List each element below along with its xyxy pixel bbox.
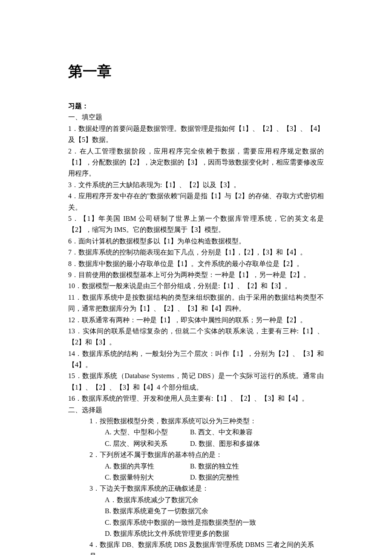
fill-item: 14．数据库系统的结构，一般划分为三个层次：叫作【1】，分别为【2】、【3】和【…: [68, 348, 324, 371]
fill-item: 5．【1】年美国 IBM 公司研制了世界上第一个数据库管理系统，它的英文名是【2…: [68, 213, 324, 236]
choice-options: A. 数据的共享性B. 数据的独立性C. 数据量特别大D. 数据的完整性: [89, 461, 324, 483]
option: D. 数据的完整性: [190, 472, 275, 483]
option-row: A. 大型、中型和小型B. 西文、中文和兼容: [105, 427, 324, 438]
option: D. 数据库系统比文件系统管理更多的数据: [105, 528, 309, 539]
choice-options: A. 大型、中型和小型B. 西文、中文和兼容C. 层次、网状和关系D. 数据、图…: [89, 427, 324, 449]
fill-item: 11．数据库系统中是按数据结构的类型来组织数据的。由于采用的数据结构类型不同，通…: [68, 292, 324, 315]
option: A. 大型、中型和小型: [105, 427, 190, 438]
option: B. 数据库系统避免了一切数据冗余: [105, 506, 309, 517]
fill-item: 13．实体间的联系是错综复杂的，但就二个实体的联系来说，主要有三种:【1】、【2…: [68, 326, 324, 348]
choice-question-list: 1．按照数据模型分类，数据库系统可以分为三种类型：A. 大型、中型和小型B. 西…: [68, 416, 324, 555]
fill-item: 2．在人工管理数据阶段，应用程序完全依赖于数据，需要应用程序规定数据的【1】，分…: [68, 146, 324, 179]
fill-item: 7．数据库系统的控制功能表现在如下几点，分别是【1】,【2】,【3】和【4】。: [68, 247, 324, 258]
fill-item: 16．数据库系统的管理、开发和使用人员主要有:【1】、【2】、【3】和【4】。: [68, 393, 324, 404]
fill-item: 15．数据库系统（Database Systems，简记 DBS）是一个实际可运…: [68, 370, 324, 393]
fill-item: 10．数据模型一般来说是由三个部分组成，分别是:【1】、【2】和【3】。: [68, 280, 324, 292]
choice-question: 2．下列所述不属于数据库的基本特点的是：: [89, 449, 324, 460]
fill-item: 1．数据处理的首要问题是数据管理。数据管理是指如何【1】、【2】、【3】、【4】…: [68, 123, 324, 146]
fill-item: 8．数据库中数据的最小存取单位是【1】。文件系统的最小存取单位是【2】。: [68, 258, 324, 269]
option: A．数据库系统减少了数据冗余: [105, 494, 309, 506]
choice-question: 4．数据库 DB、数据库系统 DBS 及数据库管理系统 DBMS 三者之间的关系…: [89, 539, 324, 555]
section-fill-label: 一、填空题: [68, 112, 324, 123]
fill-in-blank-list: 1．数据处理的首要问题是数据管理。数据管理是指如何【1】、【2】、【3】、【4】…: [68, 123, 324, 405]
option: C. 数据库系统中数据的一致性是指数据类型的一致: [105, 517, 309, 528]
option-row: C. 数据库系统中数据的一致性是指数据类型的一致: [105, 517, 324, 528]
section-choice-label: 二、选择题: [68, 405, 324, 416]
option: C. 数据量特别大: [105, 472, 190, 483]
option-row: B. 数据库系统避免了一切数据冗余: [105, 506, 324, 517]
document-page: 第一章 习题： 一、填空题 1．数据处理的首要问题是数据管理。数据管理是指如何【…: [0, 0, 392, 555]
option: A. 数据的共享性: [105, 461, 190, 472]
option-row: A．数据库系统减少了数据冗余: [105, 494, 324, 506]
option-row: C. 层次、网状和关系D. 数据、图形和多媒体: [105, 438, 324, 449]
fill-item: 4．应用程序开发中存在的"数据依赖"问题是指【1】与【2】的存储、存取方式密切相…: [68, 191, 324, 213]
option: C. 层次、网状和关系: [105, 438, 190, 449]
choice-question: 1．按照数据模型分类，数据库系统可以分为三种类型：: [89, 416, 324, 427]
option: D. 数据、图形和多媒体: [190, 438, 275, 449]
option-row: C. 数据量特别大D. 数据的完整性: [105, 472, 324, 483]
fill-item: 12．联系通常有两种：一种是【1】，即实体中属性间的联系；另一种是【2】。: [68, 315, 324, 326]
option-row: D. 数据库系统比文件系统管理更多的数据: [105, 528, 324, 539]
choice-options: A．数据库系统减少了数据冗余B. 数据库系统避免了一切数据冗余C. 数据库系统中…: [89, 494, 324, 540]
exercise-label: 习题：: [68, 101, 324, 112]
option: B. 数据的独立性: [190, 461, 275, 472]
fill-item: 6．面向计算机的数据模型多以【1】为单位构造数据模型。: [68, 236, 324, 247]
fill-item: 3．文件系统的三大缺陷表现为:【1】、【2】以及【3】。: [68, 179, 324, 191]
choice-question: 3．下边关于数据库系统的正确叙述是：: [89, 483, 324, 494]
fill-item: 9．目前使用的数据模型基本上可分为两种类型：一种是【1】，另一种是【2】。: [68, 269, 324, 280]
option-row: A. 数据的共享性B. 数据的独立性: [105, 461, 324, 472]
chapter-title: 第一章: [68, 60, 324, 84]
option: B. 西文、中文和兼容: [190, 427, 275, 438]
